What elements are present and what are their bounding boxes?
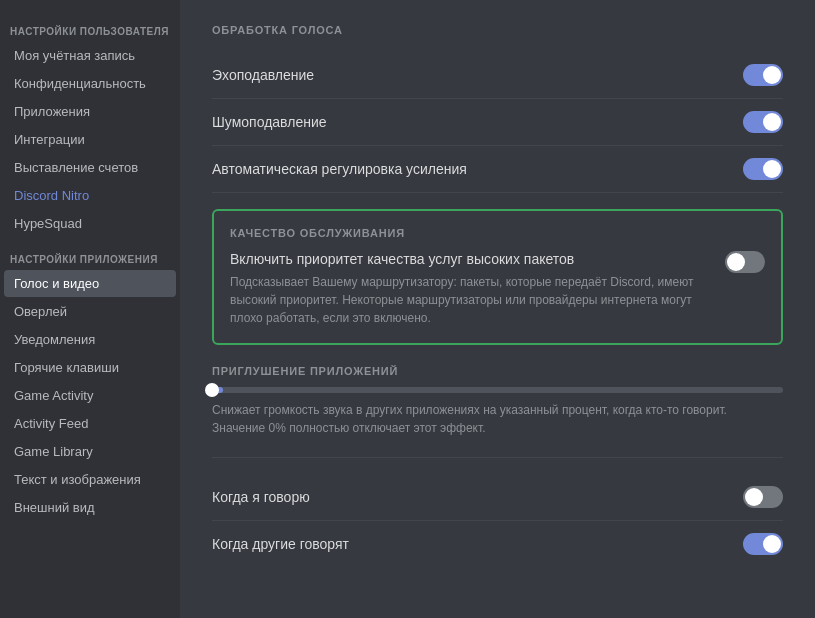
sidebar-item-game-activity[interactable]: Game Activity <box>4 382 176 409</box>
divider-1 <box>212 457 783 458</box>
qos-box: КАЧЕСТВО ОБСЛУЖИВАНИЯ Включить приоритет… <box>212 209 783 345</box>
sidebar-item-activity-feed[interactable]: Activity Feed <box>4 410 176 437</box>
echo-cancel-row: Эхоподавление <box>212 52 783 99</box>
when-i-speak-row: Когда я говорю <box>212 474 783 521</box>
auto-gain-toggle[interactable] <box>743 158 783 180</box>
echo-cancel-label: Эхоподавление <box>212 67 314 83</box>
slider-thumb <box>205 383 219 397</box>
sidebar-item-integrations[interactable]: Интеграции <box>4 126 176 153</box>
sidebar-item-game-library[interactable]: Game Library <box>4 438 176 465</box>
noise-suppress-toggle[interactable] <box>743 111 783 133</box>
when-i-speak-label: Когда я говорю <box>212 489 310 505</box>
sidebar-item-billing[interactable]: Выставление счетов <box>4 154 176 181</box>
qos-knob <box>727 253 745 271</box>
qos-title: Включить приоритет качества услуг высоки… <box>230 251 709 267</box>
when-others-speak-toggle[interactable] <box>743 533 783 555</box>
attenuation-header: ПРИГЛУШЕНИЕ ПРИЛОЖЕНИЙ <box>212 365 783 377</box>
attenuation-description: Снижает громкость звука в других приложе… <box>212 401 783 437</box>
qos-header: КАЧЕСТВО ОБСЛУЖИВАНИЯ <box>230 227 765 239</box>
sidebar-item-privacy[interactable]: Конфиденциальность <box>4 70 176 97</box>
auto-gain-knob <box>763 160 781 178</box>
user-settings-label: НАСТРОЙКИ ПОЛЬЗОВАТЕЛЯ <box>0 10 180 41</box>
qos-text-block: Включить приоритет качества услуг высоки… <box>230 251 709 327</box>
qos-toggle[interactable] <box>725 251 765 273</box>
noise-suppress-row: Шумоподавление <box>212 99 783 146</box>
sidebar-item-my-account[interactable]: Моя учётная запись <box>4 42 176 69</box>
qos-description: Подсказывает Вашему маршрутизатору: паке… <box>230 273 709 327</box>
attenuation-section: ПРИГЛУШЕНИЕ ПРИЛОЖЕНИЙ Снижает громкость… <box>212 365 783 437</box>
when-i-speak-knob <box>745 488 763 506</box>
sidebar-item-voice-video[interactable]: Голос и видео <box>4 270 176 297</box>
when-others-speak-row: Когда другие говорят <box>212 521 783 567</box>
sidebar: НАСТРОЙКИ ПОЛЬЗОВАТЕЛЯ Моя учётная запис… <box>0 0 180 618</box>
sidebar-item-hotkeys[interactable]: Горячие клавиши <box>4 354 176 381</box>
noise-suppress-knob <box>763 113 781 131</box>
voice-processing-header: ОБРАБОТКА ГОЛОСА <box>212 24 783 36</box>
sidebar-item-appearance[interactable]: Внешний вид <box>4 494 176 521</box>
sidebar-item-overlay[interactable]: Оверлей <box>4 298 176 325</box>
noise-suppress-label: Шумоподавление <box>212 114 327 130</box>
when-i-speak-toggle[interactable] <box>743 486 783 508</box>
echo-cancel-knob <box>763 66 781 84</box>
sidebar-item-text-images[interactable]: Текст и изображения <box>4 466 176 493</box>
sidebar-item-hypesquad[interactable]: HypeSquad <box>4 210 176 237</box>
when-others-speak-label: Когда другие говорят <box>212 536 349 552</box>
when-others-speak-knob <box>763 535 781 553</box>
attenuation-slider[interactable] <box>212 387 783 393</box>
sidebar-item-apps[interactable]: Приложения <box>4 98 176 125</box>
sidebar-item-notifications[interactable]: Уведомления <box>4 326 176 353</box>
echo-cancel-toggle[interactable] <box>743 64 783 86</box>
auto-gain-row: Автоматическая регулировка усиления <box>212 146 783 193</box>
auto-gain-label: Автоматическая регулировка усиления <box>212 161 467 177</box>
qos-row: Включить приоритет качества услуг высоки… <box>230 251 765 327</box>
app-settings-label: НАСТРОЙКИ ПРИЛОЖЕНИЯ <box>0 238 180 269</box>
sidebar-item-discord-nitro[interactable]: Discord Nitro <box>4 182 176 209</box>
main-content: ОБРАБОТКА ГОЛОСА Эхоподавление Шумоподав… <box>180 0 815 618</box>
